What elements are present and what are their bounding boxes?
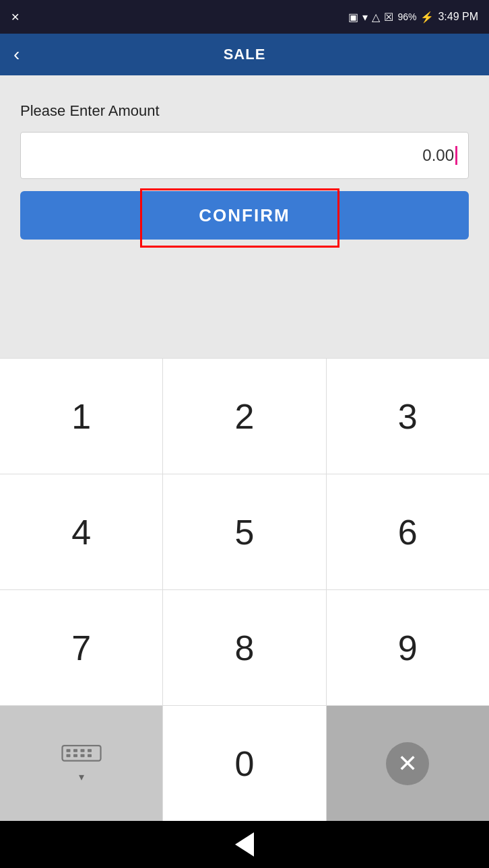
signal-icon: △ — [372, 11, 380, 24]
amount-prompt: Please Enter Amount — [20, 102, 469, 120]
svg-rect-4 — [88, 749, 92, 752]
status-right: ▣ ▾ △ ☒ 96% ⚡ 3:49 PM — [348, 11, 478, 24]
confirm-button[interactable]: CONFIRM — [20, 191, 469, 240]
page-title: SALE — [224, 46, 266, 63]
app-header: ‹ SALE — [0, 34, 489, 75]
svg-rect-0 — [62, 746, 100, 761]
amount-display: 0.00 — [422, 146, 454, 165]
status-left: ✕ — [11, 11, 20, 24]
key-2[interactable]: 2 — [163, 359, 326, 474]
battery-percent: 96% — [397, 11, 416, 22]
svg-rect-6 — [73, 754, 77, 758]
keyboard-toggle-button[interactable]: ▾ — [0, 706, 163, 821]
key-5[interactable]: 5 — [163, 474, 326, 589]
clear-circle: ✕ — [386, 742, 429, 785]
svg-rect-7 — [80, 754, 84, 758]
nav-back-button[interactable] — [235, 832, 254, 857]
wifi-icon: ▾ — [362, 11, 368, 24]
key-6[interactable]: 6 — [327, 474, 489, 589]
status-time: 3:49 PM — [438, 11, 478, 23]
clear-x-icon: ✕ — [397, 752, 418, 776]
clear-button[interactable]: ✕ — [327, 706, 489, 821]
key-1[interactable]: 1 — [0, 359, 163, 474]
numpad-row-1: 1 2 3 — [0, 358, 489, 474]
numpad-row-4: ▾ 0 ✕ — [0, 705, 489, 821]
key-9[interactable]: 9 — [327, 590, 489, 705]
svg-rect-5 — [66, 754, 70, 758]
svg-rect-1 — [66, 749, 70, 752]
key-4[interactable]: 4 — [0, 474, 163, 589]
numpad-row-2: 4 5 6 — [0, 474, 489, 589]
status-bar: ✕ ▣ ▾ △ ☒ 96% ⚡ 3:49 PM — [0, 0, 489, 34]
confirm-button-wrapper: CONFIRM — [20, 191, 469, 240]
key-3[interactable]: 3 — [327, 359, 489, 474]
nav-bar — [0, 821, 489, 868]
cursor-indicator — [455, 146, 457, 165]
content-area: Please Enter Amount 0.00 CONFIRM — [0, 75, 489, 358]
numpad: 1 2 3 4 5 6 7 8 9 ▾ 0 — [0, 358, 489, 821]
amount-input-wrapper[interactable]: 0.00 — [20, 132, 469, 179]
svg-rect-3 — [80, 749, 84, 752]
svg-rect-8 — [88, 754, 92, 758]
key-0[interactable]: 0 — [163, 706, 326, 821]
key-7[interactable]: 7 — [0, 590, 163, 705]
battery-icon: ⚡ — [420, 11, 434, 24]
numpad-row-3: 7 8 9 — [0, 589, 489, 705]
key-8[interactable]: 8 — [163, 590, 326, 705]
back-button[interactable]: ‹ — [13, 44, 20, 65]
keyboard-icon — [61, 744, 102, 768]
no-sim-icon: ☒ — [384, 11, 393, 24]
vibrate-icon: ▣ — [348, 11, 358, 24]
mute-icon: ✕ — [11, 11, 20, 24]
svg-rect-2 — [73, 749, 77, 752]
keyboard-chevron-icon: ▾ — [79, 770, 84, 783]
